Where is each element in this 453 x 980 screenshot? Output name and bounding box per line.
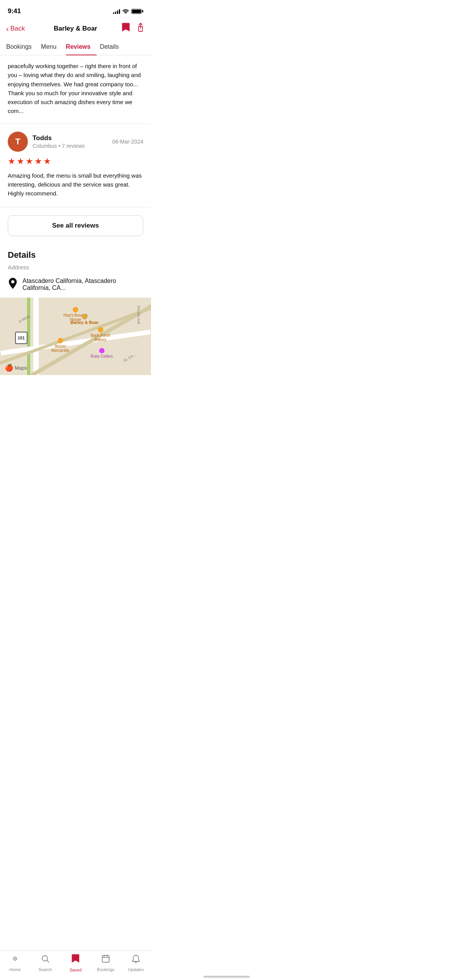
reviewer-meta: Columbus • 7 reviews bbox=[33, 143, 85, 149]
tab-bar: Bookings Menu Reviews Details bbox=[0, 39, 151, 55]
details-section: Details Address Atascadero California, A… bbox=[0, 244, 151, 298]
status-bar: 9:41 bbox=[0, 0, 151, 19]
avatar: T bbox=[8, 132, 28, 152]
back-chevron-icon: ‹ bbox=[6, 25, 9, 33]
reviewer-info: Todds Columbus • 7 reviews bbox=[33, 134, 85, 149]
battery-icon bbox=[131, 9, 143, 14]
review-card: T Todds Columbus • 7 reviews 06-Mar-2024… bbox=[0, 124, 151, 207]
highway-badge: 101 bbox=[15, 332, 27, 344]
tab-reviews[interactable]: Reviews bbox=[66, 39, 97, 55]
address-subheading: Address bbox=[8, 264, 143, 271]
map-poi-atrium: AtriumMercantile bbox=[51, 338, 69, 353]
share-icon[interactable] bbox=[136, 22, 145, 35]
address-row: Atascadero California, Atascadero Califo… bbox=[8, 275, 143, 298]
star-1: ★ bbox=[8, 156, 15, 166]
star-rating: ★ ★ ★ ★ ★ bbox=[8, 156, 143, 166]
svg-point-0 bbox=[125, 13, 126, 14]
address-text: Atascadero California, Atascadero Califo… bbox=[22, 278, 143, 291]
map-label-palma-ave: PALMA AVE bbox=[137, 306, 141, 325]
back-label: Back bbox=[10, 25, 25, 33]
bookmark-icon[interactable] bbox=[122, 22, 130, 35]
reviewer-name: Todds bbox=[33, 134, 85, 142]
apple-icon: 🍎 bbox=[5, 363, 13, 372]
see-all-reviews-button[interactable]: See all reviews bbox=[8, 215, 143, 236]
map-green-strip bbox=[27, 298, 30, 375]
apple-maps-logo: 🍎 Maps bbox=[5, 363, 27, 372]
signal-icon bbox=[113, 9, 120, 14]
star-2: ★ bbox=[17, 156, 24, 166]
map-road-vertical bbox=[33, 298, 39, 375]
reviewer-left: T Todds Columbus • 7 reviews bbox=[8, 132, 85, 152]
wifi-icon bbox=[122, 9, 129, 14]
svg-point-2 bbox=[11, 280, 14, 283]
tab-menu[interactable]: Menu bbox=[41, 39, 63, 55]
nav-actions bbox=[122, 22, 145, 35]
tab-bookings[interactable]: Bookings bbox=[6, 39, 38, 55]
map-poi-barley-boar: Barley & Boar bbox=[70, 314, 99, 325]
status-icons bbox=[113, 9, 143, 14]
review-body: Amazing food, the menu is small but ever… bbox=[8, 171, 143, 207]
star-4: ★ bbox=[34, 156, 42, 166]
status-time: 9:41 bbox=[8, 7, 21, 15]
review-partial-text: peacefully working together – right ther… bbox=[0, 55, 151, 124]
page-title: Barley & Boar bbox=[54, 25, 97, 33]
reviewer-header: T Todds Columbus • 7 reviews 06-Mar-2024 bbox=[8, 132, 143, 152]
map-poi-back-porch: Back PorchBakery bbox=[91, 327, 110, 342]
tab-details[interactable]: Details bbox=[100, 39, 125, 55]
star-3: ★ bbox=[26, 156, 33, 166]
nav-bar: ‹ Back Barley & Boar bbox=[0, 19, 151, 39]
location-pin-icon bbox=[8, 278, 18, 291]
review-date: 06-Mar-2024 bbox=[112, 139, 143, 145]
map-container[interactable]: 101 Hop's BounceHouse Barley & Boar Back… bbox=[0, 298, 151, 375]
details-heading: Details bbox=[8, 250, 143, 260]
review-divider bbox=[0, 207, 151, 207]
map-poi-ruby-cellars: Ruby Cellars bbox=[91, 348, 113, 358]
star-5: ★ bbox=[43, 156, 51, 166]
back-button[interactable]: ‹ Back bbox=[6, 25, 25, 33]
